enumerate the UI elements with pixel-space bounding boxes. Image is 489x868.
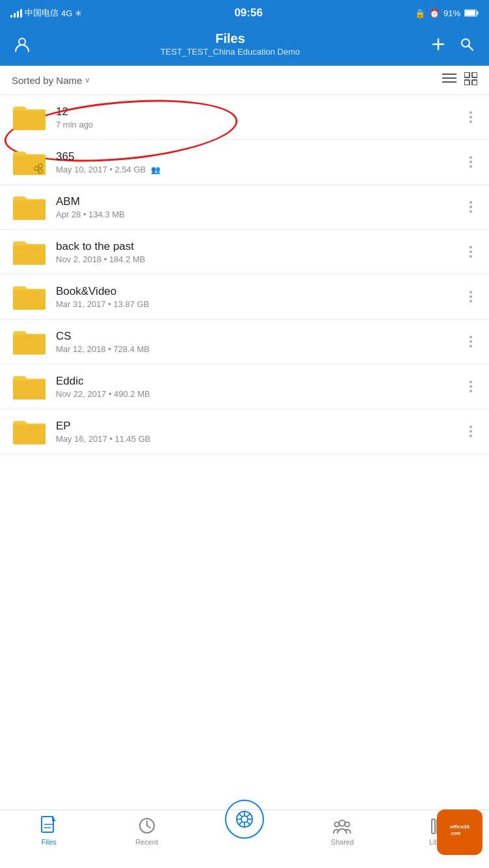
grid-view-icon — [464, 72, 477, 85]
tab-files[interactable]: Files — [23, 815, 75, 846]
folder-icon — [12, 372, 47, 401]
tab-recent-label: Recent — [135, 838, 158, 846]
lock-icon: 🔒 — [415, 8, 425, 18]
svg-point-27 — [241, 816, 248, 822]
list-view-button[interactable] — [442, 72, 456, 88]
svg-rect-1 — [477, 12, 478, 15]
file-item[interactable]: Book&Video Mar 31, 2017 • 13.87 GB — [0, 275, 489, 319]
svg-rect-13 — [464, 80, 469, 85]
svg-rect-14 — [472, 80, 477, 85]
file-item[interactable]: back to the past Nov 2, 2018 • 184.2 MB — [0, 230, 489, 275]
file-name: 12 — [56, 105, 464, 118]
page-title: Files — [34, 31, 427, 46]
file-item[interactable]: CS Mar 12, 2018 • 728.4 MB — [0, 319, 489, 364]
shared-tab-icon — [332, 815, 352, 836]
svg-text:office26: office26 — [450, 824, 470, 830]
wifi-icon: ✳ — [75, 8, 82, 18]
more-button[interactable] — [464, 242, 477, 262]
add-button[interactable] — [427, 33, 450, 56]
view-toggle — [442, 72, 477, 88]
svg-rect-2 — [465, 10, 475, 16]
sort-chevron: ∨ — [85, 75, 90, 85]
file-name: 365 — [56, 150, 464, 163]
tab-shared-label: Shared — [331, 838, 354, 846]
svg-line-34 — [247, 814, 250, 817]
svg-text:.com: .com — [450, 831, 460, 835]
status-right: 🔒 ⏰ 91% — [415, 8, 479, 18]
folder-icon — [12, 282, 47, 311]
more-button[interactable] — [464, 287, 477, 306]
svg-line-35 — [239, 822, 242, 824]
folder-svg — [12, 103, 47, 131]
folder-svg — [12, 237, 47, 266]
profile-icon — [14, 36, 31, 53]
svg-rect-11 — [464, 72, 469, 77]
svg-rect-12 — [472, 72, 477, 77]
folder-svg — [12, 282, 47, 311]
svg-line-7 — [469, 46, 473, 50]
shared-indicator: 👥 — [151, 165, 161, 174]
more-button[interactable] — [464, 197, 477, 217]
more-button[interactable] — [464, 377, 477, 396]
svg-point-6 — [462, 39, 469, 47]
more-button[interactable] — [464, 152, 477, 172]
file-info: 12 7 min ago — [56, 105, 464, 129]
file-item[interactable]: Eddic Nov 22, 2017 • 490.2 MB — [0, 364, 489, 409]
file-meta: Nov 2, 2018 • 184.2 MB — [56, 254, 464, 264]
tab-shared[interactable]: Shared — [316, 815, 368, 846]
file-item[interactable]: EP May 16, 2017 • 11.45 GB — [0, 409, 489, 454]
file-meta: May 10, 2017 • 2.54 GB 👥 — [56, 165, 464, 174]
search-icon — [459, 36, 475, 52]
file-meta: 7 min ago — [56, 120, 464, 129]
folder-icon — [12, 193, 47, 221]
status-time: 09:56 — [234, 7, 262, 20]
svg-point-38 — [345, 822, 350, 827]
tab-recent[interactable]: Recent — [121, 815, 173, 846]
svg-point-3 — [19, 38, 25, 45]
folder-svg — [12, 417, 47, 446]
file-info: Book&Video Mar 31, 2017 • 13.87 GB — [56, 285, 464, 309]
file-meta: Nov 22, 2017 • 490.2 MB — [56, 389, 464, 399]
tab-bar: Files Recent — [0, 809, 489, 868]
svg-point-36 — [339, 821, 345, 826]
svg-line-32 — [239, 814, 242, 817]
alarm-icon: ⏰ — [429, 8, 440, 18]
header: Files TEST_TEST_China Education Demo — [0, 26, 489, 66]
search-button[interactable] — [455, 33, 479, 56]
battery-percent: 91% — [443, 8, 460, 18]
file-list: 12 7 min ago 365 May 10, 2017 • 2.5 — [0, 95, 489, 519]
file-name: CS — [56, 330, 464, 343]
account-subtitle: TEST_TEST_China Education Demo — [34, 47, 427, 57]
watermark-text: office26 .com — [445, 815, 474, 848]
signal-bars — [10, 9, 22, 18]
battery-icon — [464, 9, 479, 17]
list-view-icon — [442, 72, 456, 84]
more-button[interactable] — [464, 422, 477, 441]
file-name: Eddic — [56, 375, 464, 388]
network-type: 4G — [61, 8, 72, 18]
file-info: back to the past Nov 2, 2018 • 184.2 MB — [56, 240, 464, 264]
file-name: ABM — [56, 195, 464, 208]
more-button[interactable] — [464, 332, 477, 351]
file-info: Eddic Nov 22, 2017 • 490.2 MB — [56, 375, 464, 399]
camera-tab-circle — [225, 800, 264, 839]
tab-camera[interactable] — [218, 809, 271, 839]
header-center: Files TEST_TEST_China Education Demo — [34, 31, 427, 57]
file-meta: Mar 31, 2017 • 13.87 GB — [56, 299, 464, 309]
sort-button[interactable]: Sorted by Name ∨ — [12, 75, 90, 86]
watermark: office26 .com — [437, 809, 482, 855]
profile-button[interactable] — [10, 33, 34, 56]
file-item[interactable]: 12 7 min ago — [0, 95, 489, 140]
file-item[interactable]: ABM Apr 28 • 134.3 MB — [0, 185, 489, 230]
file-item[interactable]: 365 May 10, 2017 • 2.54 GB 👥 — [0, 140, 489, 185]
file-name: EP — [56, 420, 464, 433]
svg-line-33 — [247, 822, 250, 824]
file-info: EP May 16, 2017 • 11.45 GB — [56, 420, 464, 444]
grid-view-button[interactable] — [464, 72, 477, 88]
svg-rect-39 — [432, 819, 435, 834]
folder-icon — [12, 103, 47, 131]
folder-svg — [12, 372, 47, 401]
camera-icon — [234, 809, 255, 830]
more-button[interactable] — [464, 107, 477, 127]
folder-svg — [12, 193, 47, 221]
